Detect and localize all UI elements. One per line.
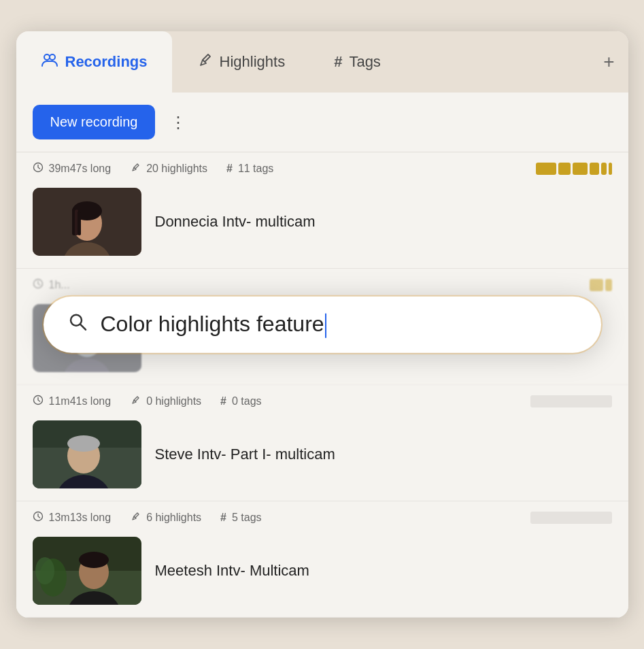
meta-highlights: 0 highlights xyxy=(130,395,201,408)
tags-text: 0 tags xyxy=(232,395,262,407)
recording-meta: 13m13s long 6 highlights # 5 tags xyxy=(16,501,628,530)
recording-title: Steve Intv- Part I- multicam xyxy=(155,446,335,463)
meta-tags: # 11 tags xyxy=(226,163,273,175)
highlight-meta-icon xyxy=(130,511,141,525)
timeline-bar xyxy=(590,279,612,291)
tl-seg xyxy=(609,163,612,175)
tl-empty xyxy=(530,395,612,407)
highlight-meta-icon xyxy=(130,395,141,408)
search-icon xyxy=(68,312,88,337)
recording-item[interactable]: 13m13s long 6 highlights # 5 tags xyxy=(16,501,628,618)
search-value: Color highlights feature xyxy=(101,312,324,336)
duration-text: 39m47s long xyxy=(49,163,112,175)
meta-highlights: 6 highlights xyxy=(130,511,201,525)
more-options-button[interactable]: ⋮ xyxy=(165,110,193,135)
recording-list: 39m47s long 20 highlights # 11 tags xyxy=(16,152,628,618)
tab-recordings-label: Recordings xyxy=(65,53,148,71)
recording-meta: 1h... xyxy=(16,269,628,297)
tl-seg xyxy=(590,163,599,175)
highlights-text: 6 highlights xyxy=(146,512,201,524)
tl-seg xyxy=(558,163,571,175)
meta-duration: 13m13s long xyxy=(33,511,112,525)
svg-point-28 xyxy=(71,314,82,325)
meta-tags: # 5 tags xyxy=(220,512,262,524)
highlights-text: 20 highlights xyxy=(146,163,207,175)
recording-item[interactable]: 11m41s long 0 highlights # 0 tags xyxy=(16,385,628,501)
duration-text: 13m13s long xyxy=(49,512,112,524)
search-cursor xyxy=(325,313,326,337)
clock-icon xyxy=(33,511,44,525)
tab-highlights[interactable]: Highlights xyxy=(172,31,310,93)
tab-tags-label: Tags xyxy=(349,53,380,71)
svg-rect-9 xyxy=(78,211,81,235)
recordings-icon xyxy=(41,51,58,73)
svg-point-0 xyxy=(44,54,50,60)
highlights-text: 0 highlights xyxy=(146,395,201,407)
svg-point-27 xyxy=(79,552,109,568)
clock-icon xyxy=(33,395,44,408)
timeline-bar xyxy=(530,395,612,407)
meta-duration: 11m41s long xyxy=(33,395,112,408)
highlights-icon xyxy=(197,52,213,72)
clock-icon xyxy=(33,162,44,176)
tl-seg xyxy=(573,163,588,175)
recording-item[interactable]: 39m47s long 20 highlights # 11 tags xyxy=(16,152,628,269)
highlight-meta-icon xyxy=(130,162,141,176)
tl-seg xyxy=(605,279,612,291)
tags-text: 11 tags xyxy=(238,163,273,175)
recording-thumbnail xyxy=(33,420,141,488)
plus-icon: + xyxy=(603,51,614,73)
tag-meta-icon: # xyxy=(220,512,226,524)
tags-text: 5 tags xyxy=(232,512,262,524)
recording-thumbnail xyxy=(33,537,141,605)
tag-meta-icon: # xyxy=(226,163,233,175)
meta-highlights: 20 highlights xyxy=(130,162,207,176)
meta-duration: 39m47s long xyxy=(33,162,112,176)
recording-meta: 39m47s long 20 highlights # 11 tags xyxy=(16,152,628,181)
tab-bar: Recordings Highlights # Tags + xyxy=(16,31,628,93)
recording-thumbnail xyxy=(33,188,141,256)
recording-card[interactable]: Steve Intv- Part I- multicam xyxy=(16,414,628,501)
timeline-bar xyxy=(536,163,612,175)
recording-meta: 11m41s long 0 highlights # 0 tags xyxy=(16,385,628,414)
new-recording-button[interactable]: New recording xyxy=(33,105,156,139)
tags-icon: # xyxy=(334,53,342,71)
meta-duration: 1h... xyxy=(33,278,70,292)
app-container: Recordings Highlights # Tags + New recor… xyxy=(16,31,628,618)
svg-point-1 xyxy=(50,54,55,60)
recording-title: Donnecia Intv- multicam xyxy=(155,213,316,231)
timeline-bar xyxy=(530,512,612,524)
clock-icon xyxy=(33,278,44,292)
tab-highlights-label: Highlights xyxy=(220,53,286,71)
add-tab-button[interactable]: + xyxy=(590,31,628,93)
tl-empty xyxy=(530,512,612,524)
duration-text: 11m41s long xyxy=(49,395,112,407)
tab-recordings[interactable]: Recordings xyxy=(16,31,172,93)
search-overlay: Color highlights feature xyxy=(44,297,601,353)
tl-seg xyxy=(601,163,607,175)
tl-seg xyxy=(536,163,556,175)
recording-card[interactable]: Donnecia Intv- multicam xyxy=(16,181,628,268)
search-input-display[interactable]: Color highlights feature xyxy=(101,312,577,338)
tag-meta-icon: # xyxy=(220,395,226,407)
duration-text: 1h... xyxy=(49,279,70,291)
recording-card[interactable]: Meetesh Intv- Multicam xyxy=(16,530,628,617)
tab-tags[interactable]: # Tags xyxy=(309,31,405,93)
tl-seg xyxy=(590,279,603,291)
meta-tags: # 0 tags xyxy=(220,395,262,407)
more-icon: ⋮ xyxy=(170,113,188,131)
recording-title: Meetesh Intv- Multicam xyxy=(155,562,309,580)
svg-point-24 xyxy=(35,557,54,584)
svg-point-19 xyxy=(67,435,100,452)
toolbar: New recording ⋮ xyxy=(16,93,628,152)
